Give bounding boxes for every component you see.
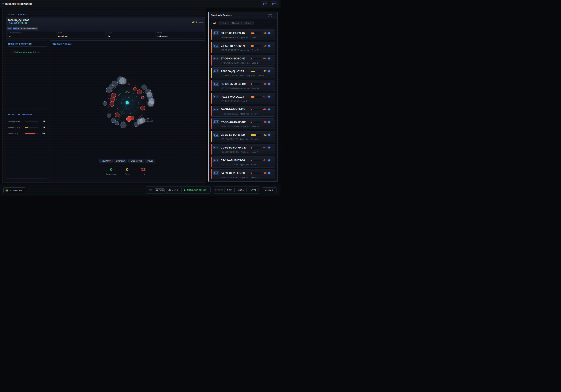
svg-text:(signal strength): (signal strength) xyxy=(141,120,153,122)
svg-text:1-3m: 1-3m xyxy=(125,92,129,94)
svg-text:PROXIMITY: PROXIMITY xyxy=(141,118,152,120)
svg-text:< 1m: < 1m xyxy=(125,97,129,99)
svg-text:3-10m: 3-10m xyxy=(124,84,130,86)
